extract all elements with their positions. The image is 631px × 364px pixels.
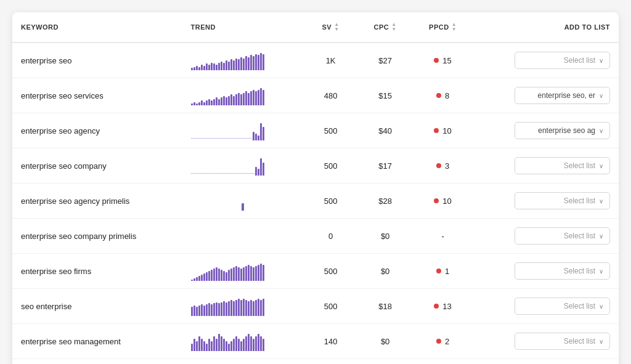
th-ppcd[interactable]: PPCD ▲▼ <box>412 12 473 42</box>
chevron-down-icon: ∨ <box>599 163 603 169</box>
table-row: enterprise seo management 140 $0 2 Selec… <box>12 324 619 359</box>
cpc-value: $0 <box>381 232 389 241</box>
table-row: seo enterprise 500 $18 13 Select list ∨ <box>12 289 619 324</box>
chevron-down-icon: ∨ <box>599 233 603 240</box>
cpc-value: $27 <box>378 56 392 65</box>
trend-cell <box>182 359 304 365</box>
keyword-text: enterprise seo services <box>21 91 104 100</box>
cpc-cell: $17 <box>358 148 413 184</box>
ppcd-dot <box>434 198 439 203</box>
select-list-dropdown[interactable]: Select list ∨ <box>515 192 610 209</box>
select-list-dropdown[interactable]: Select list ∨ <box>515 333 610 350</box>
list-placeholder: Select list <box>521 232 595 240</box>
sv-cell: 1K <box>303 42 358 78</box>
select-list-dropdown[interactable]: Select list ∨ <box>515 227 610 245</box>
ppcd-value: 15 <box>442 56 451 65</box>
chevron-down-icon: ∨ <box>599 338 603 345</box>
ppcd-cell: 3 <box>412 148 473 184</box>
sv-cell: 500 <box>303 113 358 148</box>
list-placeholder: Select list <box>521 196 595 205</box>
sv-cell: 500 <box>303 148 358 184</box>
table-row: enterprise seo agency primelis 500 $28 1… <box>12 184 619 219</box>
th-keyword: KEYWORD <box>12 12 182 42</box>
trend-cell <box>182 113 304 148</box>
select-list-dropdown[interactable]: Select list ∨ <box>515 52 610 69</box>
sv-value: 500 <box>324 302 338 311</box>
sv-cell: 500 <box>303 359 358 365</box>
trend-cell <box>182 78 304 113</box>
ppcd-value: 10 <box>442 196 451 206</box>
cpc-sort-icon: ▲▼ <box>391 22 396 32</box>
keyword-cell: enterprise seo services <box>12 78 182 113</box>
sv-cell: 480 <box>303 78 358 113</box>
keyword-cell: enterprise seo <box>12 42 182 78</box>
sv-sort-icon: ▲▼ <box>334 22 339 32</box>
keyword-text: enterprise seo management <box>21 337 121 346</box>
ppcd-dot <box>434 304 439 309</box>
sv-cell: 0 <box>303 219 358 254</box>
sv-value: 1K <box>326 56 336 65</box>
select-list-dropdown[interactable]: enterprise seo ag ∨ <box>515 122 610 139</box>
cpc-cell: $27 <box>358 42 413 78</box>
list-placeholder: Select list <box>521 267 595 275</box>
cpc-cell: $28 <box>358 184 413 219</box>
chevron-down-icon: ∨ <box>599 127 603 134</box>
ppcd-dot <box>434 128 439 133</box>
select-list-dropdown[interactable]: Select list ∨ <box>515 157 610 174</box>
sv-cell: 140 <box>303 324 358 359</box>
ppcd-cell: 13 <box>412 289 473 324</box>
cpc-cell: $40 <box>358 113 413 148</box>
list-cell: Select list ∨ <box>473 148 619 184</box>
select-list-dropdown[interactable]: enterprise seo, er ∨ <box>515 87 610 104</box>
trend-cell <box>182 42 304 78</box>
cpc-value: $28 <box>378 196 392 206</box>
ppcd-dot <box>436 93 441 98</box>
ppcd-cell: 2 <box>412 324 473 359</box>
cpc-cell: $0 <box>358 359 413 365</box>
list-cell: Select list ∨ <box>473 359 619 365</box>
trend-cell <box>182 324 304 359</box>
keyword-text: enterprise seo firms <box>21 267 91 276</box>
sv-cell: 500 <box>303 254 358 289</box>
list-cell: enterprise seo, er ∨ <box>473 78 619 113</box>
main-container: KEYWORD TREND SV ▲▼ CPC ▲▼ <box>12 12 619 364</box>
list-selected-value: enterprise seo ag <box>521 126 595 135</box>
keyword-cell: enterprise seo company <box>12 148 182 184</box>
keyword-text: enterprise seo agency primelis <box>21 196 129 206</box>
sv-value: 500 <box>324 161 338 171</box>
select-list-dropdown[interactable]: Select list ∨ <box>515 262 610 280</box>
ppcd-cell: 1 <box>412 254 473 289</box>
chevron-down-icon: ∨ <box>599 57 603 64</box>
sv-value: 500 <box>324 267 338 276</box>
list-selected-value: enterprise seo, er <box>521 91 595 100</box>
chevron-down-icon: ∨ <box>599 92 603 99</box>
ppcd-sort-icon: ▲▼ <box>452 22 457 32</box>
chevron-down-icon: ∨ <box>599 268 603 275</box>
list-placeholder: Select list <box>521 56 595 65</box>
ppcd-value: 13 <box>442 302 451 311</box>
ppcd-value: 1 <box>445 267 449 276</box>
list-cell: enterprise seo ag ∨ <box>473 113 619 148</box>
list-cell: Select list ∨ <box>473 324 619 359</box>
ppcd-cell: 3 <box>412 359 473 365</box>
list-cell: Select list ∨ <box>473 184 619 219</box>
cpc-cell: $0 <box>358 219 413 254</box>
trend-cell <box>182 289 304 324</box>
list-cell: Select list ∨ <box>473 254 619 289</box>
cpc-value: $18 <box>378 302 392 311</box>
keyword-text: seo enterprise <box>21 302 71 311</box>
trend-cell <box>182 254 304 289</box>
select-list-dropdown[interactable]: Select list ∨ <box>515 297 610 315</box>
keyword-cell: enterprise seo agency primelis <box>12 184 182 219</box>
keyword-cell: enterprise search engine optimization <box>12 359 182 365</box>
table-row: enterprise seo company 500 $17 3 Select … <box>12 148 619 184</box>
th-cpc[interactable]: CPC ▲▼ <box>358 12 413 42</box>
keyword-text: enterprise seo company primelis <box>21 232 136 241</box>
ppcd-cell: 10 <box>412 184 473 219</box>
ppcd-cell: 8 <box>412 78 473 113</box>
cpc-value: $0 <box>381 267 389 276</box>
th-sv[interactable]: SV ▲▼ <box>303 12 358 42</box>
chevron-down-icon: ∨ <box>599 303 603 310</box>
cpc-value: $17 <box>378 161 392 171</box>
cpc-cell: $18 <box>358 289 413 324</box>
